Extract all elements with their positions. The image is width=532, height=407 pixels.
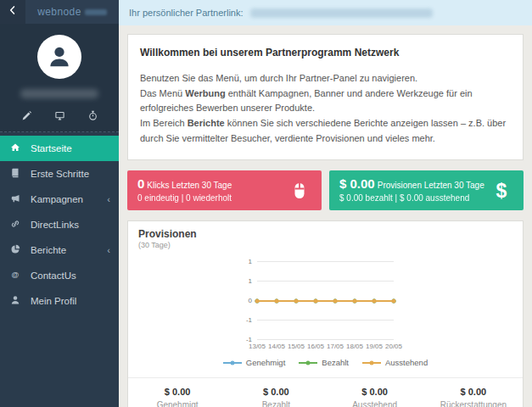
x-axis-tick-label: 15/05 [288,343,305,350]
data-point [294,298,299,303]
commissions-stat-sub: $ 0.00 bezahlt | $ 0.00 ausstehend [339,193,513,203]
chart-subtitle: (30 Tage) [138,241,512,249]
data-point [372,298,377,303]
summary-value: $ 0.00 [424,387,523,397]
sidebar-item-mein-profil[interactable]: Mein Profil [0,288,119,314]
legend-item-genehmigt[interactable]: Genehmigt [223,358,285,367]
sidebar-item-label: Mein Profil [31,296,119,306]
stat-cards-row: 0Klicks Letzten 30 Tage 0 eindeutig | 0 … [127,170,524,210]
welcome-line-1: Benutzen Sie das Menü, um durch Ihr Part… [140,71,511,86]
legend-item-bezahlt[interactable]: Bezahlt [299,358,349,367]
summary-ausstehend: $ 0.00Ausstehend [326,387,424,407]
x-axis-tick-label: 20/05 [385,343,402,350]
x-axis-tick-label: 19/05 [366,343,383,350]
svg-text:$: $ [496,181,507,201]
sidebar-item-label: Kampagnen [31,194,107,204]
data-point [314,298,318,303]
chart-plot-area: 110-1-1 [257,261,394,339]
commissions-stat-text: $ 0.00Provisionen Letzten 30 Tage [339,176,513,191]
x-axis-tick-label: 16/05 [307,343,324,350]
data-point [255,298,260,303]
summary-label: Ausstehend [326,400,424,407]
data-point [392,298,396,303]
welcome-panel: Willkommen bei unserem Partnerprogramm N… [127,34,524,160]
logo-text: webnode [37,6,81,18]
welcome-title: Willkommen bei unserem Partnerprogramm N… [140,45,511,61]
legend-label: Ausstehend [385,358,428,367]
welcome-line-2: Das Menü Werbung enthält Kampagnen, Bann… [140,86,511,116]
data-point [275,298,279,303]
sidebar-item-kampagnen[interactable]: Kampagnen‹ [0,187,119,212]
legend-label: Genehmigt [246,358,285,367]
sidebar-item-label: DirectLinks [31,220,119,230]
chart-x-axis-labels: 13/0514/0515/0516/0517/0518/0519/0520/05 [257,343,394,352]
logo-suffix-redacted [85,9,107,15]
chart-header: Provisionen (30 Tage) [128,221,523,249]
affiliate-panel-app: webnode StartseiteErste SchritteKampagne… [0,0,532,407]
data-point [333,298,338,303]
sidebar-menu: StartseiteErste SchritteKampagnen‹Direct… [0,136,119,314]
monitor-icon[interactable] [54,110,65,121]
sidebar-item-label: Erste Schritte [31,169,119,179]
profile-tools [0,110,119,121]
partner-link-label: Ihr persönlicher Partnerlink: [129,8,244,18]
clicks-stat-card: 0Klicks Letzten 30 Tage 0 eindeutig | 0 … [127,170,322,210]
legend-item-ausstehend[interactable]: Ausstehend [362,358,428,367]
main-area: Ihr persönlicher Partnerlink: Willkommen… [119,0,532,407]
summary-r-ckerstattungen: $ 0.00Rückerstattungen [424,387,523,407]
webnode-logo: webnode [25,0,119,24]
chevron-collapsed-icon: ‹ [107,245,110,255]
profile-section [0,24,119,132]
summary-label: Genehmigt [128,400,227,407]
collapse-sidebar-button[interactable] [0,0,25,24]
x-axis-tick-label: 13/05 [249,343,266,350]
summary-label: Rückerstattungen [424,400,523,407]
topbar: Ihr persönlicher Partnerlink: [119,0,532,25]
pencil-icon[interactable] [21,110,32,121]
clicks-stat-text: 0Klicks Letzten 30 Tage [137,176,311,191]
sidebar-item-startseite[interactable]: Startseite [0,136,119,161]
x-axis-tick-label: 18/05 [346,343,363,350]
summary-value: $ 0.00 [326,387,424,397]
sidebar-item-contactus[interactable]: @ContactUs [0,263,119,288]
summary-genehmigt: $ 0.00Genehmigt [128,387,227,407]
y-axis-tick-label: 0 [235,297,252,304]
sidebar-item-directlinks[interactable]: DirectLinks [0,212,119,237]
stopwatch-icon[interactable] [87,110,98,121]
partner-link-redacted[interactable] [250,8,433,18]
user-icon [10,295,20,307]
chart-title: Provisionen [138,228,512,240]
chevron-collapsed-icon: ‹ [107,194,110,204]
sidebar-header: webnode [0,0,119,24]
x-axis-tick-label: 17/05 [327,343,344,350]
chart-summary-row: $ 0.00Genehmigt$ 0.00Bezahlt$ 0.00Ausste… [128,377,523,407]
commissions-stat-card: $ 0.00Provisionen Letzten 30 Tage $ 0.00… [329,170,524,210]
avatar [37,35,81,79]
mouse-icon [289,181,310,201]
data-point [353,298,357,303]
legend-label: Bezahlt [322,358,349,367]
chart-legend: GenehmigtBezahltAusstehend [223,358,428,367]
book-icon [10,168,20,180]
x-axis-tick-label: 14/05 [268,343,285,350]
sidebar: webnode StartseiteErste SchritteKampagne… [0,0,119,407]
clicks-stat-sub: 0 eindeutig | 0 wiederholt [137,193,311,203]
megaphone-icon [10,193,20,205]
sidebar-item-erste-schritte[interactable]: Erste Schritte [0,161,119,187]
sidebar-item-label: Startseite [31,143,119,153]
y-axis-tick-label: -1 [235,316,252,324]
summary-bezahlt: $ 0.00Bezahlt [227,387,325,407]
summary-value: $ 0.00 [227,387,325,397]
chart-pie-icon [10,244,20,256]
summary-value: $ 0.00 [128,387,227,397]
sidebar-item-label: Berichte [31,245,107,255]
sidebar-item-label: ContactUs [31,270,119,281]
summary-label: Bezahlt [227,400,325,407]
sidebar-item-berichte[interactable]: Berichte‹ [0,237,119,263]
dollar-icon: $ [491,181,512,201]
commissions-chart-panel: Provisionen (30 Tage) 110-1-1 13/0514/05… [127,220,524,407]
home-icon [10,142,20,154]
chart: 110-1-1 13/0514/0515/0516/0517/0518/0519… [128,249,523,371]
link-icon [10,219,20,231]
y-axis-tick-label: 1 [235,258,252,265]
